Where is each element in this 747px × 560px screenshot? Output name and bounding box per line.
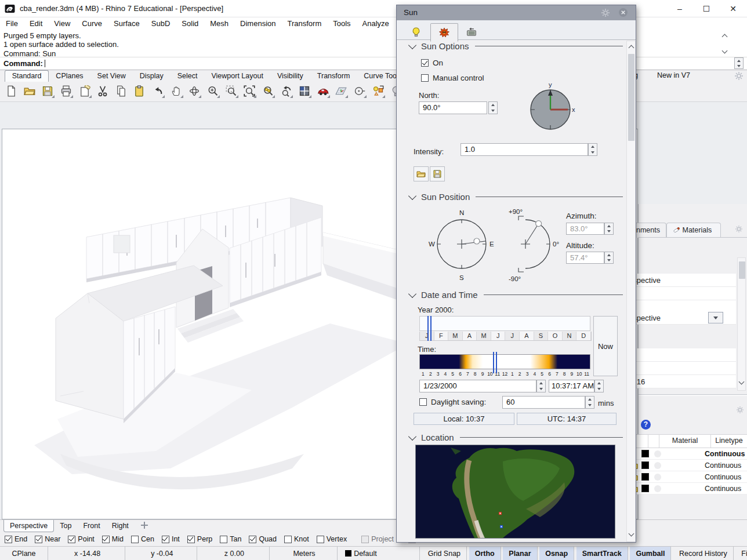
copy-icon[interactable] [114, 83, 129, 99]
dst-minutes-input[interactable]: 60 [502, 396, 585, 409]
osnap-toggle[interactable]: Tan [220, 535, 241, 543]
property-row[interactable]: 0 [628, 348, 736, 362]
status-cell[interactable]: Planar [503, 547, 537, 560]
paste-icon[interactable] [132, 83, 147, 99]
gear-icon[interactable] [735, 225, 743, 233]
toolbar-tab[interactable]: Standard [5, 70, 49, 82]
altitude-input[interactable]: 57.4° [566, 252, 604, 264]
osnap-toggle[interactable]: Int [162, 535, 180, 543]
osnap-checkbox[interactable] [162, 536, 169, 543]
location-map[interactable] [415, 445, 615, 539]
collapse-icon[interactable] [408, 41, 416, 49]
pan-icon[interactable] [169, 83, 184, 99]
menu-item[interactable]: Mesh [204, 17, 234, 30]
collapse-icon[interactable] [408, 432, 416, 440]
month-label[interactable]: D [576, 332, 591, 340]
toolbar-tab[interactable]: Display [133, 71, 171, 82]
osnap-toggle[interactable]: End [5, 535, 27, 543]
eraser-icon[interactable] [77, 83, 92, 99]
toolbar-tab[interactable]: Set View [90, 71, 133, 82]
month-label[interactable]: O [548, 332, 563, 340]
commands-tab-icon[interactable] [458, 23, 485, 41]
osnap-toggle[interactable]: Project [361, 535, 394, 543]
layer-row[interactable]: Continuous [628, 460, 747, 471]
viewport-tab[interactable]: Front [77, 520, 106, 532]
daylight-saving-row[interactable]: Daylight saving: [419, 398, 486, 406]
menu-item[interactable]: Solid [176, 17, 204, 30]
toolbar-tab[interactable]: CPlanes [49, 71, 90, 82]
cut-icon[interactable] [95, 83, 110, 99]
print-icon[interactable] [59, 83, 74, 99]
date-spinner[interactable] [536, 380, 546, 392]
sun-panel-scrollbar[interactable] [626, 41, 636, 542]
material-preview-icon[interactable] [654, 462, 661, 469]
menu-item[interactable]: Transform [281, 17, 327, 30]
new-file-icon[interactable] [3, 83, 19, 99]
viewport-tab[interactable]: Top [54, 520, 77, 532]
sun-on-checkbox-row[interactable]: On [421, 59, 443, 67]
north-spinner[interactable] [488, 101, 498, 114]
layer-row[interactable]: Continuous [628, 471, 747, 483]
column-linetype[interactable]: Linetype [711, 435, 747, 448]
undo-icon[interactable] [150, 83, 165, 99]
cplane-icon[interactable] [333, 83, 349, 99]
viewport-tab[interactable]: Right [106, 520, 135, 532]
section-sun-position[interactable]: Sun Position [409, 192, 623, 202]
month-label[interactable]: A [463, 332, 477, 340]
open-preset-button[interactable] [414, 166, 429, 181]
layer-row[interactable]: Continuous [628, 483, 747, 494]
new-viewport-tab-icon[interactable] [141, 522, 148, 529]
panel-splitter[interactable] [639, 394, 747, 396]
zoom-selected-icon[interactable] [260, 83, 275, 99]
layer-linetype[interactable]: Continuous [701, 485, 741, 493]
layer-linetype[interactable]: Continuous [701, 461, 741, 470]
osnap-checkbox[interactable] [187, 536, 195, 543]
osnap-toggle[interactable]: Cen [131, 535, 154, 543]
north-input[interactable]: 90.0° [419, 101, 487, 114]
status-cell[interactable]: z 0.00 [200, 547, 270, 560]
north-compass[interactable]: y x [523, 82, 579, 135]
daylight-saving-checkbox[interactable] [419, 398, 427, 406]
layer-color-swatch[interactable] [641, 450, 649, 457]
layer-row[interactable]: Continuous [628, 448, 747, 460]
menu-item[interactable]: SubD [146, 17, 176, 30]
osnap-checkbox[interactable] [68, 536, 75, 543]
sun-tab-icon[interactable] [430, 23, 458, 42]
column-material[interactable]: Material [659, 435, 711, 448]
menu-item[interactable]: Edit [24, 17, 48, 30]
status-cell[interactable]: Osnap [539, 547, 574, 560]
section-date-time[interactable]: Date and Time [409, 290, 623, 300]
month-label[interactable]: N [563, 332, 577, 340]
toolbar-tab[interactable]: Transform [310, 71, 357, 82]
osnap-checkbox[interactable] [317, 536, 324, 543]
history-scroll-up-icon[interactable] [722, 34, 728, 40]
date-input[interactable]: 1/23/2000 [419, 380, 536, 392]
osnap-checkbox[interactable] [35, 536, 42, 543]
sidebar-scrollbar[interactable] [737, 257, 746, 391]
selection-filter-icon[interactable] [371, 83, 386, 99]
sun-panel-titlebar[interactable]: Sun [397, 5, 636, 20]
osnap-checkbox[interactable] [361, 536, 369, 543]
osnap-toggle[interactable]: Near [35, 535, 60, 543]
lights-tab-icon[interactable] [402, 23, 429, 41]
close-button[interactable]: ✕ [720, 0, 746, 17]
status-cell[interactable]: y -0.04 [127, 547, 197, 560]
menu-item[interactable]: Tools [327, 17, 356, 30]
toolbar-tab[interactable]: Visibility [270, 71, 310, 82]
save-preset-button[interactable] [430, 166, 445, 181]
status-cell[interactable]: Filter [735, 547, 747, 560]
osnap-checkbox[interactable] [131, 536, 139, 543]
layer-color-swatch[interactable] [641, 485, 649, 492]
time-slider-marker[interactable] [493, 352, 497, 373]
osnap-checkbox[interactable] [102, 536, 110, 543]
property-row[interactable] [628, 362, 736, 375]
azimuth-spinner[interactable] [604, 223, 614, 235]
month-label[interactable]: J [491, 332, 506, 340]
menu-item[interactable]: Surface [108, 17, 146, 30]
command-line-spinner[interactable] [734, 57, 744, 69]
status-cell[interactable]: Grid Snap [422, 547, 467, 560]
month-label[interactable]: A [520, 332, 534, 340]
maximize-button[interactable]: ☐ [693, 0, 720, 17]
osnap-toggle[interactable]: Mid [102, 535, 124, 543]
minimize-button[interactable]: – [666, 0, 693, 17]
